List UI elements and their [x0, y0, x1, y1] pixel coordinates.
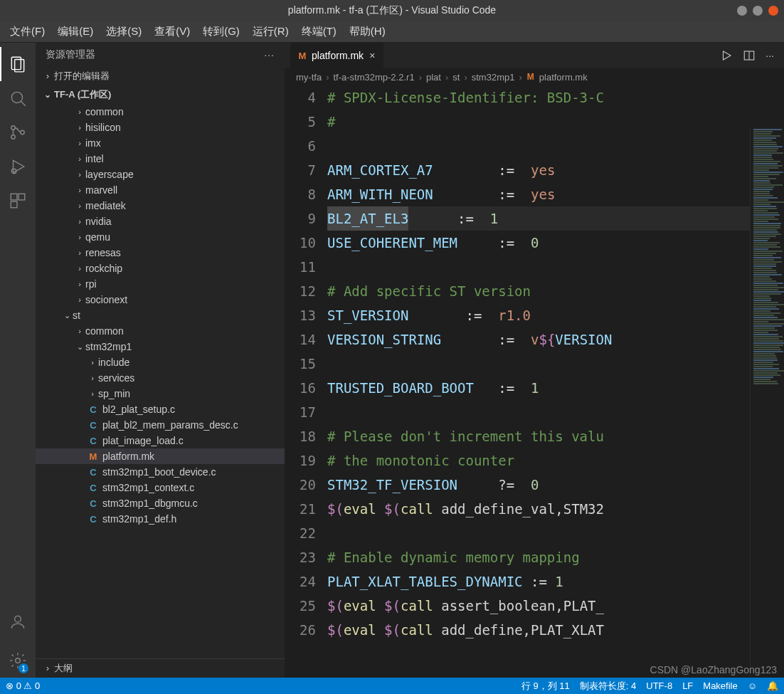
tree-label: sp_min [98, 388, 130, 399]
file-item[interactable]: Cstm32mp1_def.h [36, 511, 285, 527]
c-file-icon: C [88, 498, 98, 509]
tree-label: imx [85, 137, 101, 149]
tree-label: intel [85, 153, 104, 164]
folder-item[interactable]: ›imx [36, 135, 285, 151]
tree-label: stm32mp1 [85, 341, 132, 352]
minimap[interactable] [750, 128, 784, 678]
folder-item[interactable]: ›include [36, 354, 285, 370]
folder-item[interactable]: ⌄stm32mp1 [36, 339, 285, 354]
folder-item[interactable]: ›qemu [36, 229, 285, 245]
run-icon[interactable] [720, 49, 733, 62]
status-feedback[interactable]: ☺ [748, 680, 757, 691]
run-debug-icon[interactable] [0, 149, 36, 184]
tabs: M platform.mk × ··· [285, 43, 784, 68]
maximize-button[interactable] [753, 6, 763, 16]
menu-item[interactable]: 查看(V) [150, 23, 194, 40]
breadcrumb-segment[interactable]: st [452, 72, 460, 83]
svg-point-13 [16, 658, 21, 663]
menu-item[interactable]: 终端(T) [297, 23, 341, 40]
extensions-icon[interactable] [0, 184, 36, 218]
svg-rect-11 [11, 201, 17, 208]
svg-point-12 [15, 616, 21, 622]
file-item[interactable]: Cstm32mp1_boot_device.c [36, 464, 285, 480]
folder-item[interactable]: ›renesas [36, 245, 285, 261]
breadcrumb-segment[interactable]: my-tfa [296, 72, 322, 83]
chevron-right-icon: › [43, 663, 53, 673]
folder-item[interactable]: ›common [36, 104, 285, 120]
file-item[interactable]: Cstm32mp1_context.c [36, 480, 285, 495]
makefile-icon: M [526, 72, 535, 82]
breadcrumb-segment[interactable]: plat [426, 72, 441, 83]
folder-item[interactable]: ›sp_min [36, 386, 285, 401]
tree-label: plat_bl2_mem_params_desc.c [102, 419, 238, 431]
status-encoding[interactable]: UTF-8 [646, 680, 672, 691]
outline-section[interactable]: ›大纲 [36, 658, 285, 678]
tree-label: stm32mp1_def.h [102, 513, 176, 525]
folder-item[interactable]: ›socionext [36, 292, 285, 307]
file-item[interactable]: Mplatform.mk [36, 448, 285, 464]
close-icon[interactable]: × [368, 50, 376, 61]
breadcrumb-segment[interactable]: platform.mk [539, 72, 588, 83]
status-errors[interactable]: ⊗ 0 ⚠ 0 [6, 680, 40, 691]
menu-item[interactable]: 帮助(H) [345, 23, 390, 40]
folder-item[interactable]: ›nvidia [36, 214, 285, 229]
split-editor-icon[interactable] [743, 49, 756, 62]
folder-item[interactable]: ›intel [36, 151, 285, 167]
folder-item[interactable]: ›rockchip [36, 261, 285, 276]
breadcrumb-segment[interactable]: stm32mp1 [472, 72, 515, 83]
file-item[interactable]: Cstm32mp1_dbgmcu.c [36, 495, 285, 511]
minimize-button[interactable] [737, 6, 747, 16]
chevron-icon: › [75, 186, 84, 194]
chevron-icon: › [75, 217, 84, 226]
file-item[interactable]: Cplat_image_load.c [36, 433, 285, 448]
menu-item[interactable]: 转到(G) [198, 23, 244, 40]
accounts-icon[interactable] [0, 605, 36, 639]
tree-label: common [85, 325, 124, 337]
chevron-icon: ⌄ [75, 342, 84, 352]
menu-item[interactable]: 运行(R) [248, 23, 293, 40]
sidebar-title-label: 资源管理器 [46, 48, 95, 61]
folder-item[interactable]: ›services [36, 370, 285, 386]
svg-point-2 [11, 92, 22, 102]
code-content[interactable]: # SPDX-License-Identifier: BSD-3-C#ARM_C… [327, 85, 784, 678]
status-eol[interactable]: LF [682, 680, 693, 691]
code-editor[interactable]: 4567891011121314151617181920212223242526… [285, 85, 784, 678]
folder-item[interactable]: ›marvell [36, 182, 285, 198]
settings-badge: 1 [18, 663, 28, 673]
status-spaces[interactable]: 制表符长度: 4 [580, 680, 636, 693]
c-file-icon: C [88, 514, 98, 525]
breadcrumbs[interactable]: my-tfa›tf-a-stm32mp-2.2.r1›plat›st›stm32… [285, 68, 784, 85]
status-cursor[interactable]: 行 9，列 11 [521, 680, 570, 693]
sidebar-more-icon[interactable]: ··· [264, 49, 275, 61]
tree-label: rpi [85, 278, 97, 290]
settings-icon[interactable]: 1 [0, 643, 36, 678]
line-gutter: 4567891011121314151617181920212223242526 [285, 85, 327, 678]
folder-item[interactable]: ›hisilicon [36, 120, 285, 135]
folder-item[interactable]: ›rpi [36, 276, 285, 292]
file-item[interactable]: Cbl2_plat_setup.c [36, 401, 285, 417]
chevron-icon: › [88, 389, 97, 398]
folder-item[interactable]: ›mediatek [36, 198, 285, 214]
c-file-icon: C [88, 467, 98, 478]
workspace-section[interactable]: ⌄TF-A (工作区) [36, 85, 285, 104]
tab-platform-mk[interactable]: M platform.mk × [290, 43, 384, 68]
file-item[interactable]: Cplat_bl2_mem_params_desc.c [36, 417, 285, 433]
status-bell-icon[interactable]: 🔔 [767, 680, 778, 691]
menu-item[interactable]: 文件(F) [6, 23, 49, 40]
open-editors-section[interactable]: ›打开的编辑器 [36, 67, 285, 85]
folder-item[interactable]: ⌄st [36, 307, 285, 323]
folder-item[interactable]: ›common [36, 323, 285, 339]
tree-label: common [85, 106, 124, 117]
svg-rect-9 [11, 194, 17, 200]
status-lang[interactable]: Makefile [703, 680, 737, 691]
more-icon[interactable]: ··· [766, 50, 774, 61]
breadcrumb-segment[interactable]: tf-a-stm32mp-2.2.r1 [333, 72, 414, 83]
window-title: platform.mk - tf-a (工作区) - Visual Studio… [288, 4, 496, 17]
close-button[interactable] [768, 6, 778, 16]
menu-item[interactable]: 编辑(E) [53, 23, 97, 40]
explorer-icon[interactable] [0, 47, 36, 81]
menu-item[interactable]: 选择(S) [102, 23, 146, 40]
folder-item[interactable]: ›layerscape [36, 167, 285, 182]
search-icon[interactable] [0, 81, 36, 115]
source-control-icon[interactable] [0, 115, 36, 149]
